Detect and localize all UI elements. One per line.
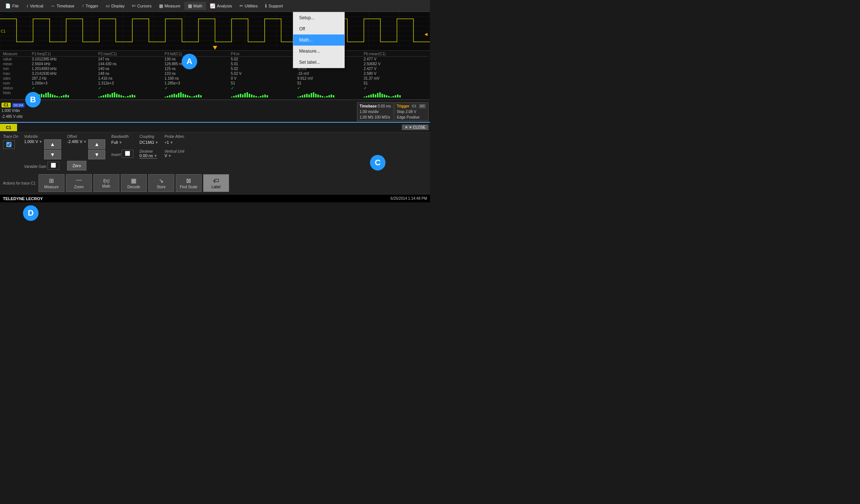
svg-rect-29 xyxy=(125,97,126,97)
svg-rect-14 xyxy=(63,95,64,97)
svg-rect-95 xyxy=(386,95,387,97)
menu-utilities[interactable]: ✂ Utilities xyxy=(236,2,261,10)
svg-rect-10 xyxy=(54,95,56,97)
meas-cell-num-2: 1.285e+3 xyxy=(163,81,229,86)
dropdown-math[interactable]: Math... xyxy=(293,34,344,46)
dropdown-setlabel[interactable]: Set label... xyxy=(293,57,344,68)
svg-rect-94 xyxy=(384,94,385,97)
svg-rect-73 xyxy=(308,94,310,97)
support-icon: ℹ xyxy=(265,3,267,9)
svg-rect-51 xyxy=(231,97,232,97)
probe-atten-group: Probe Atten. ÷1 ▼ Vertical Unit V ▼ xyxy=(165,135,185,158)
deskew-label: Deskew xyxy=(139,149,153,153)
menu-display[interactable]: ▭ Display xyxy=(102,2,128,10)
action-store-button[interactable]: ↘ Store xyxy=(148,174,174,192)
menu-measure[interactable]: ▦ Measure xyxy=(155,2,184,10)
action-measure-label: Measure xyxy=(44,185,59,189)
cursors-icon: ✄ xyxy=(132,3,136,9)
svg-rect-21 xyxy=(107,94,109,97)
col-p6: P6:mean(C1) xyxy=(362,52,429,57)
menu-file[interactable]: 📄 File xyxy=(1,2,23,10)
channel-offset: -2.485 V ofst xyxy=(1,114,24,119)
channel-info-row: C1 DC1M 1.000 V/div -2.485 V ofst Timeba… xyxy=(0,100,430,122)
trigger-slope: Positive xyxy=(407,115,420,119)
timebase-value: 0.00 ms xyxy=(378,104,391,108)
dc1m-badge: DC1M xyxy=(12,103,25,107)
dropdown-off[interactable]: Off xyxy=(293,23,344,34)
action-decode-button[interactable]: ▦ Decode xyxy=(121,174,147,192)
menu-support[interactable]: ℹ Support xyxy=(261,2,287,10)
trace-on-checkbox-area xyxy=(3,140,15,149)
trace-on-label: Trace On xyxy=(3,135,18,139)
meas-row-label-status: status xyxy=(1,86,30,90)
svg-rect-96 xyxy=(388,96,390,97)
svg-rect-77 xyxy=(317,94,319,97)
meas-cell-histo-3 xyxy=(229,90,296,99)
timebase-rate: 100 MS/s xyxy=(374,115,390,119)
tab-c1[interactable]: C1 xyxy=(0,124,17,131)
volts-down-button[interactable]: ▼ xyxy=(44,150,61,159)
svg-rect-86 xyxy=(366,96,367,97)
svg-rect-66 xyxy=(264,94,266,97)
bandwidth-label: Bandwidth xyxy=(111,135,129,139)
volts-up-button[interactable]: ▲ xyxy=(44,139,61,149)
meas-cell-max-1: 148 ns xyxy=(97,71,163,76)
svg-rect-71 xyxy=(304,94,305,97)
dropdown-measure[interactable]: Measure... xyxy=(293,46,344,57)
svg-rect-60 xyxy=(251,94,252,97)
col-p1: P1:freq(C1) xyxy=(30,52,97,57)
svg-rect-37 xyxy=(171,94,173,97)
meas-cell-sdev-5: 31.37 mV xyxy=(362,76,429,81)
menu-math[interactable]: ▦ Math xyxy=(184,2,206,10)
menu-vertical[interactable]: ↕ Vertical xyxy=(23,2,47,10)
svg-rect-87 xyxy=(368,95,370,97)
action-label-button[interactable]: 🏷 Label xyxy=(203,174,229,192)
svg-rect-25 xyxy=(116,94,118,97)
col-p2: P2:rise(C1) xyxy=(97,52,163,57)
dropdown-setup[interactable]: Setup... xyxy=(293,12,344,23)
trigger-state: Stop xyxy=(397,110,405,114)
meas-row-label-mean: mean xyxy=(1,62,30,66)
svg-rect-53 xyxy=(235,95,237,97)
menu-timebase[interactable]: ↔ Timebase xyxy=(47,2,78,10)
meas-cell-sdev-4: 9.912 mV xyxy=(296,76,362,81)
offset-down-button[interactable]: ▼ xyxy=(88,150,105,159)
trigger-type: Edge xyxy=(397,115,406,119)
menu-analysis[interactable]: 📈 Analysis xyxy=(206,2,236,10)
offset-up-button[interactable]: ▲ xyxy=(88,139,105,149)
action-math-button[interactable]: f(x) Math xyxy=(93,174,119,192)
svg-rect-22 xyxy=(109,94,111,97)
close-button[interactable]: ✕ ✕ CLOSE xyxy=(402,125,429,130)
meas-cell-max-0: 3.2141930 kHz xyxy=(30,71,97,76)
svg-rect-97 xyxy=(390,97,392,97)
file-icon: 📄 xyxy=(5,3,11,9)
variable-gain-checkbox[interactable] xyxy=(51,163,56,168)
meas-cell-min-1: 140 ns xyxy=(97,66,163,71)
trace-on-checkbox[interactable] xyxy=(6,142,11,147)
waveform-display: C1 ◄ xyxy=(0,12,430,51)
tb-trigger-panel: Timebase 0.00 ms 1.00 ms/div 1.00 MS 100… xyxy=(357,102,429,121)
menu-trigger[interactable]: ↑ Trigger xyxy=(78,2,102,10)
meas-cell-sdev-0: 287.2 Hz xyxy=(30,76,97,81)
c1-channel-label: C1 xyxy=(1,29,6,33)
svg-rect-93 xyxy=(381,94,383,97)
volts-div-label: Volts/div xyxy=(24,135,61,139)
deskew-value: 0.00 ns ▼ xyxy=(139,153,157,159)
action-findscale-button[interactable]: ⊠ Find Scale xyxy=(176,174,202,192)
svg-rect-39 xyxy=(176,94,177,97)
svg-rect-72 xyxy=(306,94,308,97)
c1-badge: C1 xyxy=(1,103,11,107)
vertical-unit-value: V ▼ xyxy=(165,153,185,158)
meas-cell-status-3: ✓ xyxy=(229,86,296,90)
zero-button[interactable]: Zero xyxy=(67,161,87,170)
svg-rect-34 xyxy=(165,97,166,97)
svg-rect-50 xyxy=(200,95,202,97)
trace-on-group: Trace On xyxy=(3,135,18,149)
meas-cell-num-1: 1.312e+3 xyxy=(97,81,163,86)
variable-gain-label: Variable Gain xyxy=(24,165,46,169)
meas-cell-value-5: 2.477 V xyxy=(362,57,429,62)
action-measure-button[interactable]: ⊞ Measure xyxy=(39,174,64,192)
action-zoom-button[interactable]: 〰 Zoom xyxy=(66,174,92,192)
invert-checkbox[interactable] xyxy=(125,151,130,156)
menu-cursors[interactable]: ✄ Cursors xyxy=(128,2,155,10)
